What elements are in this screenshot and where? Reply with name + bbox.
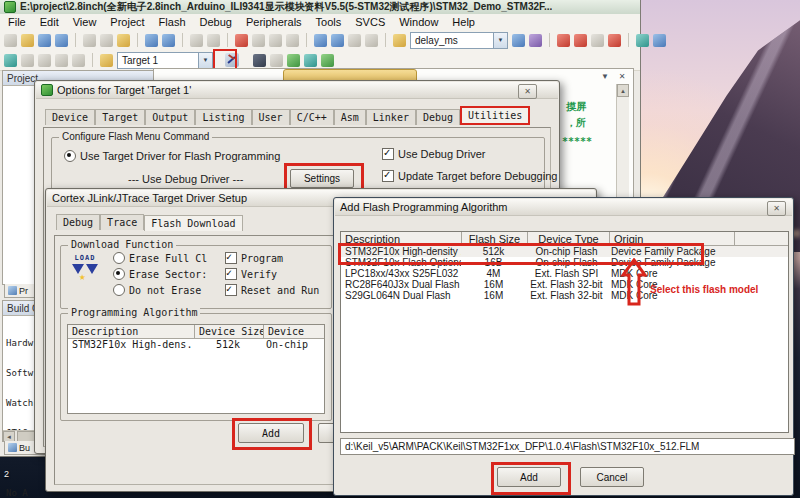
menu-svcs[interactable]: SVCS: [355, 16, 385, 28]
bookmark-icon[interactable]: [235, 34, 248, 47]
pack-installer-icon[interactable]: [321, 54, 334, 67]
menu-peripherals[interactable]: Peripherals: [246, 16, 302, 28]
menu-edit[interactable]: Edit: [40, 16, 59, 28]
flash-download-icon[interactable]: [253, 54, 266, 67]
checkbox-icon[interactable]: [225, 252, 237, 264]
breakpoint-icon[interactable]: [557, 34, 570, 47]
menu-project[interactable]: Project: [110, 16, 144, 28]
menu-flash[interactable]: Flash: [159, 16, 186, 28]
col-description[interactable]: Description: [341, 232, 462, 245]
cancel-button[interactable]: Cancel: [580, 467, 644, 487]
cut-icon[interactable]: [83, 34, 96, 47]
tab-linker[interactable]: Linker: [366, 109, 416, 125]
serial-window-icon[interactable]: [72, 54, 85, 67]
program-checkbox[interactable]: Program: [225, 252, 283, 264]
new-file-icon[interactable]: [4, 34, 17, 47]
redo-icon[interactable]: [162, 34, 175, 47]
rebuild-icon[interactable]: [304, 54, 317, 67]
scroll-up-icon[interactable]: ▲: [617, 84, 629, 97]
tab-listing[interactable]: Listing: [195, 109, 251, 125]
find-in-files-icon[interactable]: [393, 34, 406, 47]
col-device-type[interactable]: Device Type: [528, 232, 610, 245]
do-not-erase-radio[interactable]: Do not Erase: [113, 284, 201, 296]
tab-utilities[interactable]: Utilities: [460, 106, 530, 125]
flash-algorithm-list[interactable]: Description Flash Size Device Type Origi…: [340, 231, 789, 433]
symbols-window-icon[interactable]: [55, 54, 68, 67]
tab-device[interactable]: Device: [45, 109, 95, 125]
menu-help[interactable]: Help: [452, 16, 475, 28]
use-target-driver-radio[interactable]: Use Target Driver for Flash Programming: [64, 150, 280, 162]
toggle-breakpoint-icon[interactable]: [574, 34, 587, 47]
options-dialog-titlebar[interactable]: Options for Target 'Target 1': [36, 82, 558, 99]
use-debug-driver-checkbox[interactable]: Use Debug Driver: [382, 148, 485, 160]
radio-icon[interactable]: [113, 284, 125, 296]
jlink-add-button[interactable]: Add: [238, 423, 304, 443]
col-flash-size[interactable]: Flash Size: [462, 232, 528, 245]
tab-debug[interactable]: Debug: [416, 109, 460, 125]
checkbox-icon[interactable]: [225, 268, 237, 280]
open-file-icon[interactable]: [21, 34, 34, 47]
debug-session-icon[interactable]: [4, 54, 17, 67]
save-all-icon[interactable]: [55, 34, 68, 47]
dock-menu-icon[interactable]: ▼: [598, 70, 612, 82]
comment-icon[interactable]: [348, 34, 361, 47]
prev-bookmark-icon[interactable]: [252, 34, 265, 47]
col-device-size[interactable]: Device Size: [195, 325, 264, 338]
next-bookmark-icon[interactable]: [269, 34, 282, 47]
save-icon[interactable]: [38, 34, 51, 47]
add-dialog-close-button[interactable]: [767, 201, 786, 216]
checkbox-icon[interactable]: [225, 284, 237, 296]
add-button[interactable]: Add: [497, 467, 561, 487]
command-window-icon[interactable]: [21, 54, 34, 67]
tab-output[interactable]: Output: [145, 109, 195, 125]
window-layout-icon[interactable]: [636, 34, 649, 47]
outdent-icon[interactable]: [331, 34, 344, 47]
radio-icon[interactable]: [113, 268, 125, 280]
nav-forward-icon[interactable]: [207, 34, 220, 47]
table-row[interactable]: STM32F10x High-dens... 512k On-chip: [68, 339, 324, 350]
table-row[interactable]: LPC18xx/43xx S25FL032 ... 4M Ext. Flash …: [341, 268, 788, 279]
table-row-selected[interactable]: STM32F10x High-density ... 512k On-chip …: [341, 246, 788, 257]
menu-debug[interactable]: Debug: [200, 16, 232, 28]
checkbox-icon[interactable]: [382, 148, 394, 160]
checkbox-icon[interactable]: [382, 170, 394, 182]
col-device[interactable]: Device: [264, 325, 324, 338]
reset-and-run-checkbox[interactable]: Reset and Run: [225, 284, 319, 296]
copy-icon[interactable]: [100, 34, 113, 47]
verify-checkbox[interactable]: Verify: [225, 268, 277, 280]
incremental-find-icon[interactable]: [529, 34, 542, 47]
col-description[interactable]: Description: [68, 325, 195, 338]
nav-back-icon[interactable]: [190, 34, 203, 47]
find-icon[interactable]: [512, 34, 525, 47]
target-select-combo[interactable]: Target 1: [117, 52, 213, 69]
tab-jlink-trace[interactable]: Trace: [100, 214, 144, 230]
indent-icon[interactable]: [314, 34, 327, 47]
options-close-button[interactable]: [518, 84, 537, 99]
undo-icon[interactable]: [145, 34, 158, 47]
translate-icon[interactable]: [287, 54, 300, 67]
tab-flash-download[interactable]: Flash Download: [144, 215, 242, 231]
erase-full-chip-radio[interactable]: Erase Full Cl: [113, 252, 207, 264]
dock-close-icon[interactable]: ✕: [615, 70, 629, 82]
menu-view[interactable]: View: [73, 16, 97, 28]
load-application-icon[interactable]: [100, 54, 113, 67]
tab-user[interactable]: User: [252, 109, 290, 125]
radio-icon[interactable]: [64, 150, 76, 162]
tab-cpp[interactable]: C/C++: [290, 109, 334, 125]
update-target-checkbox[interactable]: Update Target before Debugging: [382, 170, 557, 182]
clear-bookmarks-icon[interactable]: [286, 34, 299, 47]
chevron-down-icon[interactable]: [198, 53, 212, 68]
search-combo[interactable]: delay_ms: [410, 32, 508, 49]
prog-algorithm-table[interactable]: Description Device Size Device STM32F10x…: [67, 324, 325, 414]
disassembly-icon[interactable]: [38, 54, 51, 67]
tab-asm[interactable]: Asm: [334, 109, 366, 125]
settings-button[interactable]: Settings: [290, 169, 354, 188]
add-dialog-titlebar[interactable]: Add Flash Programming Algorithm: [335, 199, 792, 216]
build-icon[interactable]: [270, 54, 283, 67]
tab-target[interactable]: Target: [95, 109, 145, 125]
options-for-target-icon[interactable]: [225, 53, 239, 67]
radio-icon[interactable]: [113, 252, 125, 264]
uncomment-icon[interactable]: [365, 34, 378, 47]
paste-icon[interactable]: [117, 34, 130, 47]
table-row[interactable]: STM32F10x Flash Options 16B On-chip Flas…: [341, 257, 788, 268]
